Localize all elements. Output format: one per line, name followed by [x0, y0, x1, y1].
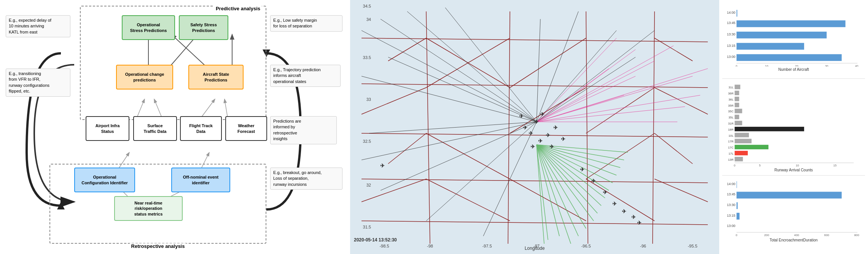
encroachment-chart: 14:00 13:45 13:30 13:15 13:00 0 200 400 … — [722, 176, 865, 251]
svg-rect-156 — [735, 115, 739, 119]
svg-rect-161 — [735, 145, 769, 149]
svg-text:-98.5: -98.5 — [379, 244, 389, 248]
svg-rect-152 — [735, 91, 739, 95]
annotation-3: E.g., Low safety margin for loss of sepa… — [270, 15, 342, 32]
svg-rect-159 — [735, 133, 749, 137]
svg-rect-160 — [735, 139, 752, 143]
aircraft-count-svg: 14:00 13:45 13:30 13:15 13:00 0 10 20 30… — [722, 2, 865, 67]
svg-text:200: 200 — [764, 233, 769, 237]
svg-text:31L: 31L — [728, 86, 734, 89]
svg-text:14:00: 14:00 — [727, 182, 735, 186]
svg-text:✈: ✈ — [540, 111, 545, 117]
operational-change-node: Operational change predictions — [116, 65, 173, 89]
svg-text:✈: ✈ — [622, 208, 626, 214]
svg-rect-129 — [737, 32, 827, 38]
aircraft-state-node: Aircraft State Predictions — [188, 65, 244, 89]
divider-1 — [722, 78, 865, 79]
svg-text:13:45: 13:45 — [727, 21, 735, 25]
svg-text:13:00: 13:00 — [727, 224, 735, 228]
annotation-6: E.g., breakout, go around, Loss of separ… — [270, 168, 342, 190]
operational-config-node: Operational Configuration Identifier — [74, 168, 135, 192]
diagram-panel: Predictive analysis Retrospective analys… — [0, 0, 350, 254]
svg-rect-176 — [737, 202, 738, 209]
svg-text:✈: ✈ — [519, 113, 524, 119]
svg-rect-174 — [737, 181, 737, 188]
svg-text:13R: 13R — [728, 158, 734, 161]
annotation-2: E.g., transitioning from VFR to IFR, run… — [6, 69, 70, 97]
near-realtime-node: Near real-time risk/operation status met… — [114, 196, 183, 221]
runway-arrivals-title: Runway Arrival Counts — [722, 168, 865, 172]
surface-traffic-node: Surface Traffic Data — [133, 116, 177, 141]
map-timestamp: 2020-05-14 13:52:30 — [354, 237, 397, 243]
runway-arrivals-chart: 31L 36R 36L 35R 35C 35L 31R 18R 10L 17R … — [722, 80, 865, 173]
svg-text:✈: ✈ — [523, 125, 527, 131]
safety-stress-node: Safety Stress Predictions — [179, 15, 228, 40]
svg-text:34: 34 — [366, 17, 371, 22]
svg-text:35R: 35R — [728, 104, 734, 107]
annotation-1: E.g., expected delay of 10 minutes arriv… — [6, 15, 70, 37]
svg-rect-155 — [735, 109, 742, 113]
svg-text:0: 0 — [734, 164, 736, 167]
svg-text:36L: 36L — [728, 98, 734, 101]
svg-text:13:45: 13:45 — [727, 192, 735, 196]
annotation-5: Predictions are informed by retrospectiv… — [270, 116, 337, 144]
retrospective-analysis-label: Retrospective analysis — [130, 243, 186, 249]
svg-text:17L: 17L — [728, 152, 734, 155]
svg-text:18R: 18R — [728, 128, 734, 131]
svg-text:✈: ✈ — [612, 201, 617, 207]
operational-stress-node: Operational Stress Predictions — [122, 15, 175, 40]
svg-text:0: 0 — [736, 233, 737, 237]
svg-rect-153 — [735, 97, 739, 101]
map-xlabel: Longitude — [525, 246, 545, 251]
svg-rect-131 — [737, 54, 842, 61]
svg-text:20: 20 — [795, 64, 798, 67]
encroachment-svg: 14:00 13:45 13:30 13:15 13:00 0 200 400 … — [722, 176, 865, 237]
svg-rect-128 — [737, 20, 846, 27]
svg-rect-162 — [735, 151, 748, 155]
svg-text:15: 15 — [833, 164, 837, 167]
svg-text:31.5: 31.5 — [363, 225, 371, 229]
svg-text:✈: ✈ — [530, 144, 535, 150]
svg-text:-96: -96 — [640, 244, 646, 248]
diagram-container: Predictive analysis Retrospective analys… — [4, 4, 346, 251]
svg-text:40: 40 — [855, 64, 858, 67]
svg-text:✈: ✈ — [380, 163, 385, 169]
runway-arrivals-svg: 31L 36R 36L 35R 35C 35L 31R 18R 10L 17R … — [722, 80, 865, 167]
svg-text:0: 0 — [736, 64, 737, 67]
svg-text:✈: ✈ — [580, 166, 585, 173]
svg-text:5: 5 — [759, 164, 761, 167]
svg-text:31R: 31R — [728, 122, 734, 125]
airport-infra-node: Airport Infra Status — [86, 116, 129, 141]
svg-text:400: 400 — [794, 233, 800, 237]
svg-text:13:15: 13:15 — [727, 214, 735, 217]
svg-text:-98: -98 — [427, 244, 433, 248]
svg-text:34.5: 34.5 — [363, 4, 371, 8]
svg-rect-130 — [737, 43, 804, 50]
svg-text:35L: 35L — [728, 116, 734, 119]
svg-text:36R: 36R — [728, 92, 734, 95]
svg-text:33: 33 — [366, 97, 371, 102]
svg-text:14:00: 14:00 — [727, 11, 735, 14]
svg-text:✈: ✈ — [546, 132, 550, 138]
map-svg: ✈ ✈ ✈ ✈ ✈ ✈ ✈ ✈ ✈ ✈ ✈ ✈ ✈ ✈ ✈ ✈ ✈ ✈ ✈ — [350, 0, 719, 254]
svg-text:-95.5: -95.5 — [688, 244, 697, 248]
svg-text:-97.5: -97.5 — [482, 244, 492, 248]
svg-text:10: 10 — [796, 164, 799, 167]
svg-text:✈: ✈ — [591, 178, 596, 184]
weather-forecast-node: Weather Forecast — [225, 116, 267, 141]
svg-text:10: 10 — [765, 64, 768, 67]
divider-2 — [722, 175, 865, 176]
svg-rect-127 — [737, 10, 737, 17]
svg-text:32.5: 32.5 — [363, 139, 371, 144]
svg-text:800: 800 — [854, 233, 860, 237]
aircraft-count-title: Number of Aircraft — [722, 67, 865, 72]
svg-text:✈: ✈ — [637, 220, 642, 226]
svg-text:✈: ✈ — [553, 125, 558, 131]
map-panel: ✈ ✈ ✈ ✈ ✈ ✈ ✈ ✈ ✈ ✈ ✈ ✈ ✈ ✈ ✈ ✈ ✈ ✈ ✈ — [350, 0, 719, 254]
svg-rect-175 — [737, 192, 842, 199]
svg-text:10L: 10L — [728, 134, 734, 137]
svg-text:35C: 35C — [728, 110, 734, 113]
svg-text:✈: ✈ — [534, 119, 539, 125]
svg-text:✈: ✈ — [631, 214, 636, 220]
svg-text:✈: ✈ — [538, 138, 543, 144]
